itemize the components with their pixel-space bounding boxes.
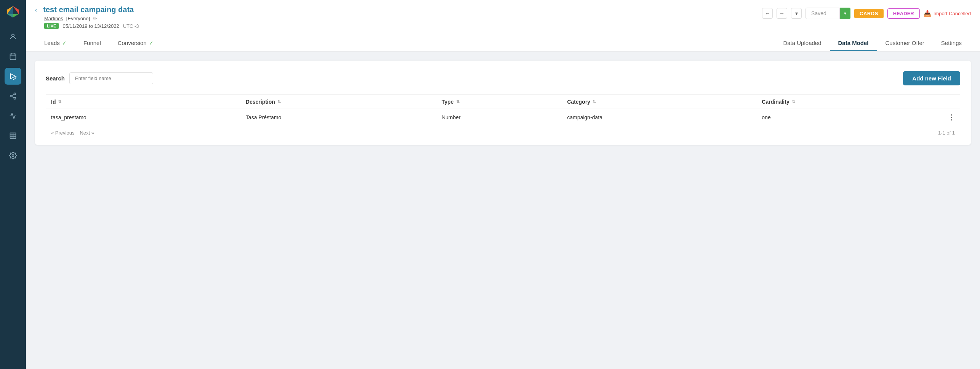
tab-customer-offer-label: Customer Offer — [886, 40, 924, 46]
col-actions — [943, 95, 960, 109]
title-row: ‹ test email campaing data — [35, 5, 139, 14]
tab-conversion-label: Conversion — [118, 40, 147, 46]
search-input[interactable] — [69, 72, 153, 84]
pagination-buttons: « Previous Next » — [51, 130, 94, 136]
cell-description: Tasa Préstamo — [240, 109, 436, 126]
search-label: Search — [46, 75, 65, 82]
import-icon: 📥 — [924, 10, 931, 17]
cell-id: tasa_prestamo — [46, 109, 240, 126]
campaign-title: test email campaing data — [43, 5, 134, 14]
edit-icon[interactable]: ✏ — [93, 16, 97, 21]
audience-label: [Everyone] — [66, 16, 90, 21]
sidebar-item-campaigns[interactable] — [5, 68, 21, 85]
row-actions-button[interactable]: ⋮ — [948, 114, 955, 121]
pagination-count: 1-1 of 1 — [938, 130, 955, 136]
table-row: tasa_prestamo Tasa Préstamo Number campa… — [46, 109, 960, 126]
sort-description-icon: ⇅ — [277, 99, 281, 104]
col-type[interactable]: Type ⇅ — [436, 95, 562, 109]
sidebar-item-analytics[interactable] — [5, 107, 21, 124]
header-left: ‹ test email campaing data Martines [Eve… — [35, 5, 139, 33]
sidebar-item-calendar[interactable] — [5, 48, 21, 65]
header-top: ‹ test email campaing data Martines [Eve… — [35, 5, 971, 33]
tabs-right: Data Uploaded Data Model Customer Offer … — [775, 36, 970, 51]
main-area: ‹ test email campaing data Martines [Eve… — [26, 0, 980, 369]
previous-button[interactable]: « Previous — [51, 130, 74, 136]
tab-leads-check: ✓ — [62, 40, 67, 46]
pagination-row: « Previous Next » 1-1 of 1 — [46, 126, 960, 137]
date-range: 05/11/2019 to 13/12/2022 — [62, 23, 119, 29]
tabs: Leads ✓ Funnel Conversion ✓ Data Uploade… — [35, 36, 971, 51]
tab-conversion-check: ✓ — [149, 40, 154, 46]
sidebar-item-table[interactable] — [5, 127, 21, 144]
data-model-card: Search Add new Field Id ⇅ — [35, 61, 971, 145]
nav-dropdown-button[interactable]: ▾ — [791, 8, 802, 19]
cell-actions: ⋮ — [943, 109, 960, 126]
col-category[interactable]: Category ⇅ — [562, 95, 756, 109]
back-button[interactable]: ‹ — [35, 6, 37, 13]
tab-funnel[interactable]: Funnel — [75, 36, 109, 51]
search-row: Search Add new Field — [46, 71, 960, 85]
import-cancelled[interactable]: 📥 Import Cancelled — [924, 10, 971, 17]
fields-table: Id ⇅ Description ⇅ Type — [46, 95, 960, 126]
cell-type: Number — [436, 109, 562, 126]
svg-point-11 — [14, 97, 16, 99]
col-id[interactable]: Id ⇅ — [46, 95, 240, 109]
sort-cardinality-icon: ⇅ — [792, 99, 795, 104]
tab-settings-label: Settings — [941, 40, 962, 46]
save-dropdown-button[interactable]: ▾ — [840, 8, 850, 19]
svg-line-12 — [12, 96, 14, 98]
user-link[interactable]: Martines — [44, 16, 63, 21]
svg-point-10 — [10, 95, 12, 97]
cell-cardinality: one — [756, 109, 943, 126]
sort-type-icon: ⇅ — [456, 99, 460, 104]
utc-label: UTC -3 — [123, 23, 139, 29]
tab-data-uploaded[interactable]: Data Uploaded — [775, 36, 829, 51]
col-cardinality[interactable]: Cardinality ⇅ — [756, 95, 943, 109]
col-description[interactable]: Description ⇅ — [240, 95, 436, 109]
svg-point-19 — [12, 155, 14, 157]
svg-rect-5 — [10, 54, 16, 59]
save-control: ▾ — [805, 8, 850, 19]
svg-point-4 — [12, 34, 14, 37]
cell-category: campaign-data — [562, 109, 756, 126]
svg-rect-14 — [10, 133, 16, 139]
tab-customer-offer[interactable]: Customer Offer — [877, 36, 933, 51]
nav-forward-button[interactable]: → — [777, 8, 787, 19]
svg-marker-0 — [13, 6, 19, 14]
import-cancelled-label: Import Cancelled — [934, 11, 971, 16]
content: Search Add new Field Id ⇅ — [26, 51, 980, 369]
svg-point-9 — [14, 93, 16, 95]
tab-data-model-label: Data Model — [838, 40, 869, 46]
svg-line-13 — [12, 94, 14, 95]
sidebar-logo[interactable] — [6, 5, 20, 21]
search-left: Search — [46, 72, 153, 84]
add-new-field-button[interactable]: Add new Field — [903, 71, 960, 85]
live-badge: LIVE — [44, 23, 59, 29]
header-button[interactable]: HEADER — [887, 8, 920, 19]
header-right: ← → ▾ ▾ CARDS HEADER 📥 Import Cancelled — [762, 5, 971, 19]
sort-id-icon: ⇅ — [58, 99, 61, 104]
next-button[interactable]: Next » — [80, 130, 94, 136]
meta-row: Martines [Everyone] ✏ — [44, 16, 139, 21]
sidebar-item-settings[interactable] — [5, 147, 21, 164]
tab-data-uploaded-label: Data Uploaded — [783, 40, 821, 46]
date-row: LIVE 05/11/2019 to 13/12/2022 UTC -3 — [44, 23, 139, 29]
sidebar-item-users[interactable] — [5, 28, 21, 45]
sidebar — [0, 0, 26, 369]
tab-settings[interactable]: Settings — [933, 36, 970, 51]
tab-leads-label: Leads — [44, 40, 60, 46]
saved-input — [805, 8, 840, 19]
header: ‹ test email campaing data Martines [Eve… — [26, 0, 980, 51]
nav-back-button[interactable]: ← — [762, 8, 773, 19]
tab-conversion[interactable]: Conversion ✓ — [109, 36, 162, 51]
tab-data-model[interactable]: Data Model — [830, 36, 877, 51]
tab-leads[interactable]: Leads ✓ — [36, 36, 75, 51]
sidebar-item-share[interactable] — [5, 88, 21, 104]
tab-funnel-label: Funnel — [83, 40, 101, 46]
cards-button[interactable]: CARDS — [854, 9, 884, 18]
sort-category-icon: ⇅ — [592, 99, 596, 104]
